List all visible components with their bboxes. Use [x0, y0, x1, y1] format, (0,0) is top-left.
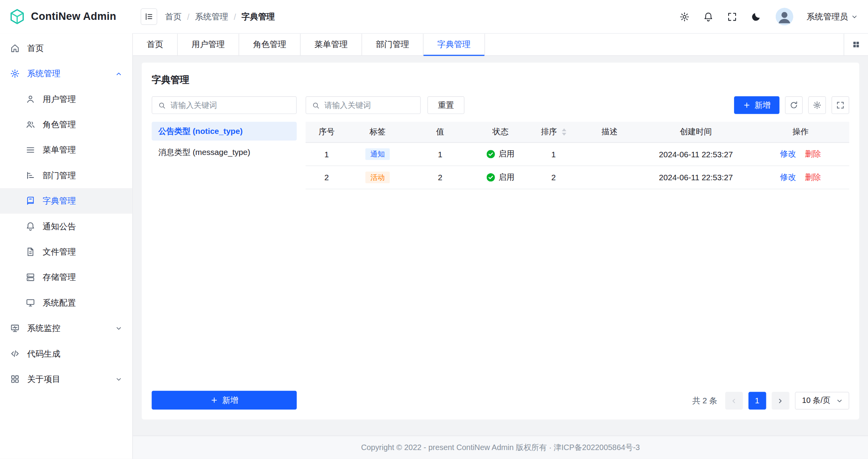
status-badge: 启用	[486, 149, 515, 159]
dark-mode-moon-icon[interactable]	[751, 11, 761, 22]
col-no: 序号	[306, 127, 348, 137]
col-created: 创建时间	[640, 127, 752, 137]
col-sort[interactable]: 排序	[528, 127, 579, 137]
page-number-button[interactable]: 1	[748, 392, 766, 409]
table-fullscreen-button[interactable]	[831, 96, 849, 114]
open-tabs-bar: 首页 用户管理 角色管理 菜单管理 部门管理 字典管理	[133, 33, 868, 56]
sidebar-item-notice[interactable]: 通知公告	[0, 214, 132, 239]
delete-link[interactable]: 删除	[805, 172, 821, 183]
app-logo[interactable]: ContiNew Admin	[0, 0, 133, 33]
add-dict-type-button[interactable]: 新增	[152, 391, 297, 410]
top-bar: ContiNew Admin 首页 / 系统管理 / 字典管理	[0, 0, 868, 33]
top-actions: 系统管理员	[679, 8, 858, 25]
sidebar-item-dict-management[interactable]: 字典管理	[0, 188, 132, 213]
delete-link[interactable]: 删除	[805, 149, 821, 159]
sidebar-collapse-button[interactable]	[141, 8, 157, 25]
breadcrumb: 首页 / 系统管理 / 字典管理	[165, 11, 275, 22]
dict-type-item-message[interactable]: 消息类型 (message_type)	[152, 143, 297, 162]
col-value: 值	[407, 127, 473, 137]
dict-item-toolbar: 重置 新增	[306, 96, 849, 114]
tab-user-management[interactable]: 用户管理	[178, 34, 239, 55]
dict-type-item-notice[interactable]: 公告类型 (notice_type)	[152, 122, 297, 141]
user-menu[interactable]: 系统管理员	[806, 11, 858, 22]
page-title: 字典管理	[152, 74, 849, 86]
add-dict-item-button[interactable]: 新增	[734, 96, 780, 114]
sidebar-item-storage-management[interactable]: 存储管理	[0, 265, 132, 290]
sidebar-item-label: 角色管理	[42, 119, 76, 130]
tab-dept-management[interactable]: 部门管理	[362, 34, 424, 55]
sort-icon[interactable]	[562, 128, 566, 135]
cell-created: 2024-06-11 22:53:27	[640, 173, 752, 182]
sidebar-item-system-management[interactable]: 系统管理	[0, 61, 132, 86]
sidebar-item-file-management[interactable]: 文件管理	[0, 239, 132, 264]
sidebar-item-dept-management[interactable]: 部门管理	[0, 163, 132, 188]
cell-no: 2	[306, 173, 348, 182]
home-icon	[10, 43, 20, 53]
next-page-button[interactable]	[771, 392, 789, 409]
reset-button[interactable]: 重置	[427, 96, 464, 114]
dict-item-table: 序号 标签 值 状态 排序 描述 创建时间	[306, 122, 849, 385]
column-settings-button[interactable]	[808, 96, 826, 114]
content-area: 首页 用户管理 角色管理 菜单管理 部门管理 字典管理 字典管理	[133, 33, 868, 459]
status-badge: 启用	[486, 172, 515, 183]
copyright-footer: Copyright © 2022 - present ContiNew Admi…	[133, 436, 868, 459]
table-header-row: 序号 标签 值 状态 排序 描述 创建时间	[306, 122, 849, 143]
cell-value: 1	[407, 150, 473, 159]
sidebar-item-role-management[interactable]: 角色管理	[0, 112, 132, 137]
dictionary-book-icon	[25, 196, 35, 206]
sidebar-item-user-management[interactable]: 用户管理	[0, 86, 132, 112]
edit-link[interactable]: 修改	[780, 149, 796, 159]
monitor-chart-icon	[10, 323, 20, 333]
edit-link[interactable]: 修改	[780, 172, 796, 183]
dict-item-search	[306, 96, 421, 114]
tabs-menu-icon[interactable]	[844, 34, 868, 55]
sidebar-item-label: 代码生成	[27, 348, 60, 359]
dict-management-card: 字典管理 公告类型 (notice_type)	[142, 63, 859, 420]
breadcrumb-current: 字典管理	[241, 11, 275, 22]
sidebar: 首页 系统管理 用户管理 角色管理 菜单管理 部门管理	[0, 33, 133, 459]
table-row: 2 活动 2 启用 2 2024-06-11 22:53:2	[306, 166, 849, 189]
sidebar-item-label: 用户管理	[42, 94, 76, 104]
dict-item-search-input[interactable]	[324, 101, 415, 110]
user-icon	[25, 94, 35, 104]
tab-home[interactable]: 首页	[133, 34, 178, 55]
dict-item-panel: 重置 新增	[306, 96, 849, 410]
tag-badge: 通知	[365, 148, 390, 160]
sidebar-item-label: 部门管理	[42, 170, 76, 181]
sidebar-item-label: 菜单管理	[42, 145, 76, 155]
prev-page-button[interactable]	[725, 392, 743, 409]
breadcrumb-system[interactable]: 系统管理	[195, 11, 228, 22]
sidebar-item-label: 存储管理	[42, 272, 76, 283]
tab-role-management[interactable]: 角色管理	[239, 34, 301, 55]
sidebar-item-home[interactable]: 首页	[0, 35, 132, 61]
tab-dict-management[interactable]: 字典管理	[424, 34, 485, 55]
menu-lines-icon	[25, 145, 35, 155]
notification-bell-icon[interactable]	[703, 11, 713, 22]
sidebar-item-label: 首页	[27, 43, 44, 53]
user-avatar[interactable]	[776, 8, 793, 25]
settings-icon[interactable]	[679, 11, 690, 22]
users-icon	[25, 120, 35, 130]
dict-type-list: 公告类型 (notice_type) 消息类型 (message_type)	[152, 122, 297, 162]
sidebar-item-code-generation[interactable]: 代码生成	[0, 341, 132, 366]
fullscreen-icon[interactable]	[727, 11, 738, 22]
breadcrumb-home[interactable]: 首页	[165, 11, 182, 22]
chevron-down-icon	[836, 397, 843, 404]
sidebar-item-about[interactable]: 关于项目	[0, 366, 132, 392]
sidebar-item-menu-management[interactable]: 菜单管理	[0, 137, 132, 163]
col-actions: 操作	[752, 127, 849, 137]
tab-menu-management[interactable]: 菜单管理	[301, 34, 362, 55]
file-icon	[25, 247, 35, 257]
code-icon	[10, 349, 20, 359]
sidebar-item-system-monitor[interactable]: 系统监控	[0, 315, 132, 341]
sidebar-item-system-config[interactable]: 系统配置	[0, 290, 132, 315]
col-tag: 标签	[348, 127, 408, 137]
chevron-down-icon	[851, 13, 858, 20]
cell-sort: 1	[528, 150, 579, 159]
app-frame: 首页 系统管理 用户管理 角色管理 菜单管理 部门管理	[0, 33, 868, 459]
refresh-button[interactable]	[785, 96, 803, 114]
page-size-select[interactable]: 10 条/页	[795, 392, 849, 409]
dict-type-search-input[interactable]	[171, 101, 291, 110]
chevron-down-icon	[115, 325, 122, 332]
cell-no: 1	[306, 150, 348, 159]
